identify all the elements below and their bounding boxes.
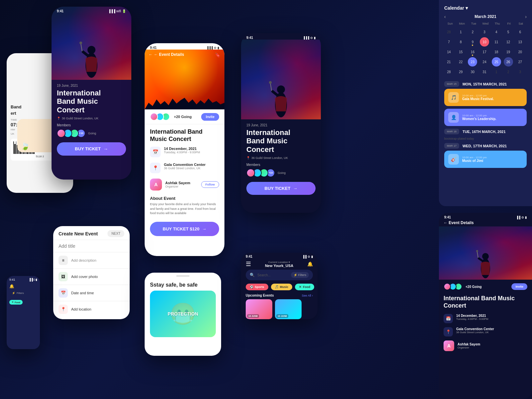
bookmark-button[interactable]: 🔖 bbox=[215, 52, 220, 58]
invite-button[interactable]: Invite bbox=[201, 113, 219, 121]
jimi-event[interactable]: 🎸 10:00 am - 12:00 pm Music of Jimi bbox=[444, 151, 527, 168]
event-info-4: 19 June, 2021 International Band Music C… bbox=[241, 119, 321, 199]
time-display: 9:41 bbox=[150, 46, 157, 50]
mar17-header: Mar 17 WED, 17TH MARCH, 2021 bbox=[444, 143, 527, 149]
cal-day-26[interactable]: 26 bbox=[504, 57, 513, 66]
filters-chip[interactable]: ⚡ Filters bbox=[291, 272, 309, 278]
cal-day[interactable]: 2 bbox=[468, 27, 477, 37]
date-detail-row: 📅 14 December, 2021 Tuesday, 4:00PM - 9:… bbox=[145, 144, 224, 160]
cal-day[interactable]: 3 bbox=[515, 67, 525, 76]
cal-day[interactable]: 1 bbox=[456, 27, 466, 37]
upcoming-label: Upcoming Events bbox=[246, 294, 274, 297]
cal-day[interactable]: 17 bbox=[480, 47, 489, 57]
concert-silhouette bbox=[75, 19, 108, 80]
cal-day[interactable]: 8 bbox=[456, 37, 466, 47]
cal-today[interactable]: 10 bbox=[480, 37, 489, 47]
cal-selected[interactable]: 23 bbox=[468, 57, 477, 66]
food-pill[interactable]: ✕ Food bbox=[295, 284, 314, 290]
gala-title: Gala Music Festival. bbox=[462, 97, 494, 101]
br-back-btn[interactable]: ← Event Details bbox=[439, 219, 532, 226]
mar17-box: Mar 17 bbox=[444, 143, 459, 149]
buy-btn-4[interactable]: BUY TICKET → bbox=[246, 182, 316, 195]
gala-event[interactable]: 🎵 10:00 am - 12:00 pm Gala Music Festiva… bbox=[444, 89, 527, 106]
cal-day[interactable]: 31 bbox=[480, 67, 489, 76]
cal-day[interactable]: 13 bbox=[515, 37, 525, 47]
cal-day[interactable]: 6 bbox=[515, 27, 525, 37]
cal-day[interactable]: 29 bbox=[456, 67, 466, 76]
going-text: Going bbox=[88, 132, 96, 135]
cal-day[interactable]: 28 bbox=[444, 67, 454, 76]
cal-day[interactable]: 28 bbox=[444, 27, 454, 37]
cal-day[interactable]: 5 bbox=[504, 27, 513, 37]
category-pills: ⚽ Sports 🎵 Music ✕ Food bbox=[241, 282, 318, 292]
br-invite-btn[interactable]: Invite bbox=[511, 283, 527, 290]
small-filters[interactable]: ⚡ Filters bbox=[9, 290, 37, 296]
buy-ticket-button[interactable]: BUY TICKET → bbox=[57, 142, 126, 156]
br-going-bar: +20 Going Invite bbox=[439, 280, 532, 294]
cal-day[interactable]: 1 bbox=[492, 67, 501, 76]
cal-day[interactable]: 16 bbox=[468, 47, 477, 57]
event-date-4: 19 June, 2021 bbox=[246, 123, 316, 127]
going-bar: +20 Going Invite bbox=[145, 109, 224, 124]
food-icon: ✕ bbox=[299, 285, 302, 289]
cal-day[interactable]: 7 bbox=[444, 37, 454, 47]
desc-row: ≡ Add description bbox=[53, 252, 130, 269]
br-organizer-name: Ashfak Sayem bbox=[458, 342, 480, 346]
search-bar[interactable]: 🔍 Search... ⚡ Filters bbox=[246, 270, 313, 280]
location-detail-row: 📍 Gala Convention Center 36 Guild Street… bbox=[145, 160, 224, 176]
wifi-symbol: ⊙ bbox=[214, 46, 216, 50]
cal-day[interactable]: 30 bbox=[468, 67, 477, 76]
cal-day[interactable]: 21 bbox=[444, 57, 454, 66]
cal-day-25[interactable]: 25 bbox=[492, 57, 501, 66]
location-pin-icon: 📍 bbox=[57, 117, 61, 120]
location-row-create[interactable]: 📍 Add location bbox=[53, 301, 130, 317]
silhouette-4 bbox=[264, 52, 298, 119]
cal-day[interactable]: 18 bbox=[492, 47, 501, 57]
cal-day[interactable]: 20 bbox=[515, 47, 525, 57]
buy-ticket-button[interactable]: BUY TICKET $120 → bbox=[150, 222, 219, 236]
cal-day[interactable]: 22 bbox=[456, 57, 466, 66]
event-title: International Band Music Concert bbox=[57, 89, 126, 114]
svg-point-1 bbox=[87, 46, 95, 54]
bell-icon[interactable]: 🔔 bbox=[307, 261, 313, 267]
time-4: 9:41 bbox=[246, 36, 253, 40]
cal-day[interactable]: 14 bbox=[444, 47, 454, 57]
cal-day[interactable]: 24 bbox=[480, 57, 489, 66]
hamburger-icon[interactable]: ☰ bbox=[246, 260, 251, 268]
cal-day[interactable]: 2 bbox=[504, 67, 513, 76]
cal-title: Calendar ▾ bbox=[444, 5, 468, 11]
cal-day[interactable]: 3 bbox=[480, 27, 489, 37]
womens-event[interactable]: 👤 10:00 am - 12:00 pm Women's Leadership… bbox=[444, 109, 527, 126]
filter-icon: ⚡ bbox=[294, 273, 297, 277]
back-button[interactable]: ← ← Event Details bbox=[149, 52, 184, 57]
cal-day[interactable]: 27 bbox=[515, 57, 525, 66]
cal-day[interactable]: 4 bbox=[492, 27, 501, 37]
small-food-pill[interactable]: ✕ Food bbox=[9, 300, 23, 305]
cal-day[interactable]: 19 bbox=[504, 47, 513, 57]
safe-title: Sstay safe, be safe bbox=[145, 279, 221, 291]
next-button[interactable]: NEXT bbox=[107, 230, 124, 237]
cal-prev-button[interactable]: ‹ bbox=[444, 14, 446, 19]
music-label: Music bbox=[280, 285, 289, 289]
members-label-4: Members bbox=[246, 163, 316, 167]
cal-next-button[interactable]: › bbox=[525, 14, 527, 19]
cal-day[interactable]: 15 bbox=[456, 47, 466, 57]
mini-event-2: 10 JUNE bbox=[275, 299, 302, 319]
jimi-time: 10:00 am - 12:00 pm bbox=[462, 156, 487, 159]
br-organizer: A Ashfak Sayem Organizer bbox=[439, 338, 532, 353]
datetime-row[interactable]: 📅 Date and time bbox=[53, 285, 130, 301]
cal-day[interactable]: 9 bbox=[468, 37, 477, 47]
schedule-section: Mar 15 MON, 15TH MARCH, 2021 🎵 10:00 am … bbox=[444, 81, 527, 168]
sports-pill[interactable]: ⚽ Sports bbox=[246, 284, 268, 290]
br-hero bbox=[439, 226, 532, 280]
br-event-title: International Band Music Concert bbox=[439, 294, 532, 312]
organizer-role: Organizer bbox=[165, 185, 190, 188]
music-pill[interactable]: 🎵 Music bbox=[271, 284, 293, 290]
cal-day[interactable]: 12 bbox=[504, 37, 513, 47]
title-input[interactable] bbox=[53, 240, 130, 252]
see-all-link[interactable]: See All › bbox=[302, 294, 313, 297]
search-icon: 🔍 bbox=[250, 273, 255, 277]
cal-day[interactable]: 11 bbox=[492, 37, 501, 47]
follow-button[interactable]: Follow bbox=[201, 181, 219, 188]
photo-row[interactable]: 🖼 Add cover photo bbox=[53, 269, 130, 285]
